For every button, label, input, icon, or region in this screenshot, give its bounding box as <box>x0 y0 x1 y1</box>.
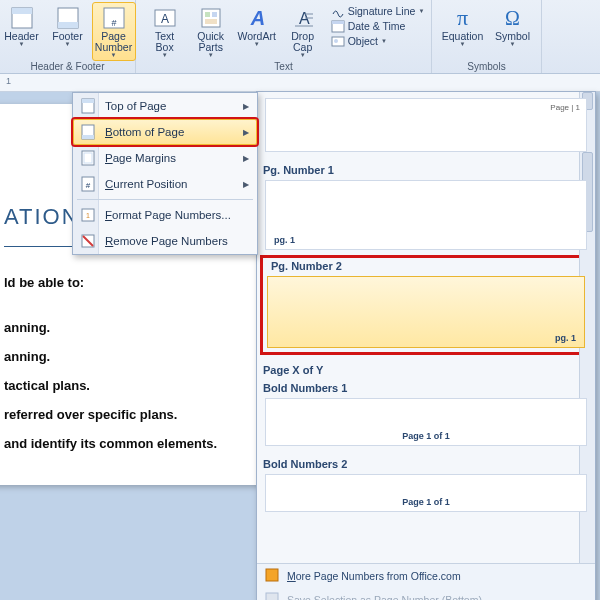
footer-button[interactable]: Footer ▼ <box>46 2 90 50</box>
group-label-symbols: Symbols <box>467 61 505 72</box>
menu-label: Bottom of Page <box>105 126 184 138</box>
chevron-down-icon: ▼ <box>381 38 387 44</box>
chevron-down-icon: ▼ <box>418 8 424 14</box>
date-time-label: Date & Time <box>348 20 406 32</box>
date-time-button[interactable]: Date & Time <box>331 19 425 33</box>
more-label: More Page Numbers from Office.com <box>287 570 461 582</box>
format-numbers-icon: 1 <box>79 206 97 224</box>
drop-cap-button[interactable]: A Drop Cap ▼ <box>281 2 325 61</box>
svg-rect-22 <box>82 99 94 103</box>
svg-rect-24 <box>82 135 94 139</box>
menu-label: Remove Page Numbers <box>105 235 228 247</box>
wordart-icon: A <box>244 5 270 31</box>
menu-remove-page-numbers[interactable]: Remove Page Numbers <box>73 228 257 254</box>
svg-point-20 <box>334 39 338 43</box>
header-button[interactable]: Header ▼ <box>0 2 44 50</box>
doc-line: tactical plans. <box>4 378 266 393</box>
svg-text:#: # <box>111 18 116 28</box>
preview-footer: Page 1 of 1 <box>402 497 450 507</box>
workspace: Top of Page ▶ Bottom of Page ▶ Page Marg… <box>0 92 600 600</box>
signature-line-button[interactable]: Signature Line ▼ <box>331 4 425 18</box>
svg-rect-3 <box>58 22 78 28</box>
chevron-down-icon: ▼ <box>208 52 214 58</box>
chevron-down-icon: ▼ <box>254 41 260 47</box>
svg-rect-8 <box>202 9 220 27</box>
svg-text:A: A <box>161 12 169 26</box>
group-label-text: Text <box>274 61 292 72</box>
equation-button[interactable]: π Equation ▼ <box>438 2 488 50</box>
drop-cap-label: Drop Cap <box>291 31 314 53</box>
symbol-button[interactable]: Ω Symbol ▼ <box>490 2 536 50</box>
page-top-icon <box>79 97 97 115</box>
svg-rect-11 <box>205 19 217 24</box>
menu-format-page-numbers[interactable]: 1 Format Page Numbers... <box>73 202 257 228</box>
save-selection: Save Selection as Page Number (Bottom) <box>257 588 595 600</box>
ruler: 1 <box>0 74 600 92</box>
group-text: A Text Box ▼ Quick Parts ▼ A WordArt ▼ <box>136 0 432 73</box>
gallery-heading-pg1: Pg. Number 1 <box>257 160 595 178</box>
signature-label: Signature Line <box>348 5 416 17</box>
quick-parts-icon <box>198 5 224 31</box>
gallery-item-page-1[interactable]: Page | 1 <box>265 98 587 152</box>
object-label: Object <box>348 35 378 47</box>
svg-rect-33 <box>266 569 278 581</box>
gallery-item-pg-number-2[interactable]: pg. 1 <box>267 276 585 348</box>
gallery-heading-pg2: Pg. Number 2 <box>265 260 587 274</box>
menu-current-position[interactable]: # Current Position ▶ <box>73 171 257 197</box>
chevron-down-icon: ▼ <box>510 41 516 47</box>
chevron-down-icon: ▼ <box>162 52 168 58</box>
svg-rect-19 <box>332 37 344 46</box>
menu-label: Format Page Numbers... <box>105 209 231 221</box>
text-box-button[interactable]: A Text Box ▼ <box>143 2 187 61</box>
group-label-headerfooter: Header & Footer <box>31 61 105 72</box>
wordart-button[interactable]: A WordArt ▼ <box>235 2 279 50</box>
ruler-mark: 1 <box>6 76 11 86</box>
svg-text:#: # <box>86 181 91 190</box>
preview-footer: Page 1 of 1 <box>402 431 450 441</box>
page-number-button[interactable]: # Page Number ▼ <box>92 2 136 61</box>
save-icon <box>265 592 279 600</box>
save-label: Save Selection as Page Number (Bottom) <box>287 594 482 600</box>
menu-label: Current Position <box>105 178 187 190</box>
doc-line: ld be able to: <box>4 275 266 290</box>
ribbon: Header ▼ Footer ▼ # Page Number ▼ Header… <box>0 0 600 74</box>
page-bottom-icon <box>79 123 97 141</box>
current-position-icon: # <box>79 175 97 193</box>
svg-rect-34 <box>266 593 278 600</box>
menu-bottom-of-page[interactable]: Bottom of Page ▶ <box>73 119 257 145</box>
svg-rect-9 <box>205 12 210 17</box>
svg-rect-18 <box>332 21 344 24</box>
quick-parts-label: Quick Parts <box>197 31 224 53</box>
menu-top-of-page[interactable]: Top of Page ▶ <box>73 93 257 119</box>
gallery-heading-bold1: Bold Numbers 1 <box>257 378 595 396</box>
chevron-down-icon: ▼ <box>111 52 117 58</box>
svg-text:1: 1 <box>86 212 90 219</box>
highlighted-gallery-item: Pg. Number 2 pg. 1 <box>263 258 589 352</box>
gallery-heading-pagexy: Page X of Y <box>257 360 595 378</box>
quick-parts-button[interactable]: Quick Parts ▼ <box>189 2 233 61</box>
submenu-arrow-icon: ▶ <box>243 102 249 111</box>
page-number-gallery: Page | 1 Pg. Number 1 pg. 1 Pg. Number 2… <box>256 91 596 600</box>
preview-footer: pg. 1 <box>274 235 295 245</box>
svg-text:A: A <box>249 7 264 29</box>
menu-page-margins[interactable]: Page Margins ▶ <box>73 145 257 171</box>
preview-footer: pg. 1 <box>555 333 576 343</box>
gallery-item-bold-1[interactable]: Page 1 of 1 <box>265 398 587 446</box>
menu-label: Top of Page <box>105 100 166 112</box>
svg-rect-1 <box>12 8 32 14</box>
svg-rect-10 <box>212 12 217 17</box>
gallery-item-pg-number-1[interactable]: pg. 1 <box>265 180 587 250</box>
more-page-numbers[interactable]: More Page Numbers from Office.com <box>257 564 595 588</box>
object-button[interactable]: Object ▼ <box>331 34 425 48</box>
submenu-arrow-icon: ▶ <box>243 180 249 189</box>
gallery-footer: More Page Numbers from Office.com Save S… <box>257 563 595 600</box>
page-number-submenu: Top of Page ▶ Bottom of Page ▶ Page Marg… <box>72 92 258 255</box>
drop-cap-icon: A <box>290 5 316 31</box>
gallery-item-bold-2[interactable]: Page 1 of 1 <box>265 474 587 512</box>
group-symbols: π Equation ▼ Ω Symbol ▼ Symbols <box>432 0 542 73</box>
menu-label: Page Margins <box>105 152 176 164</box>
chevron-down-icon: ▼ <box>300 52 306 58</box>
doc-line: anning. <box>4 349 266 364</box>
equation-icon: π <box>450 5 476 31</box>
office-icon <box>265 568 279 584</box>
